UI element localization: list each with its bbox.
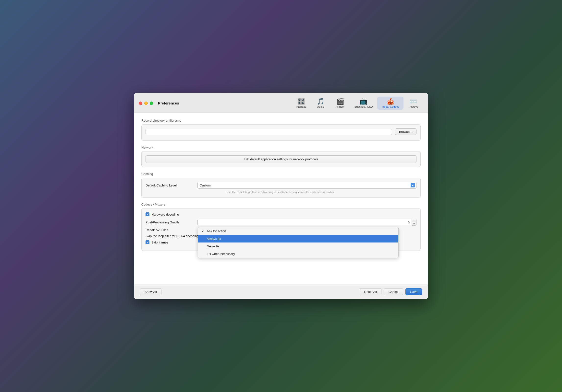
footer-left: Show All bbox=[140, 288, 161, 295]
stepper-buttons: ▲ ▼ bbox=[412, 219, 416, 226]
footer: Show All Reset All Cancel Save bbox=[134, 284, 428, 299]
skip-frames-checkmark: ✓ bbox=[147, 241, 149, 244]
record-section: Record directory or filename Browse... bbox=[141, 119, 421, 141]
stepper-down-button[interactable]: ▼ bbox=[412, 222, 416, 225]
record-box: Browse... bbox=[141, 124, 421, 141]
toolbar: 🎛️ Interface 🎵 Audio 🎬 Video 📺 Subtitles… bbox=[291, 97, 423, 110]
skip-frames-checkbox[interactable]: ✓ bbox=[146, 240, 149, 244]
caching-section: Caching Default Caching Level Custom Low… bbox=[141, 172, 421, 198]
titlebar: Preferences 🎛️ Interface 🎵 Audio 🎬 Video… bbox=[134, 93, 428, 113]
audio-label: Audio bbox=[317, 105, 324, 108]
toolbar-item-hotkeys[interactable]: ⌨️ Hotkeys bbox=[403, 97, 423, 110]
hardware-decoding-label: Hardware decoding bbox=[151, 213, 179, 216]
post-processing-stepper: ▲ ▼ bbox=[197, 219, 416, 226]
input-codecs-icon: 🎪 bbox=[387, 98, 394, 104]
dropdown-item-never[interactable]: Never fix bbox=[198, 242, 398, 250]
save-button[interactable]: Save bbox=[405, 288, 422, 295]
network-box: Edit default application settings for ne… bbox=[141, 151, 421, 167]
repair-avi-dropdown: Ask for action Always fix Never fix Fix … bbox=[198, 227, 399, 258]
stepper-up-button[interactable]: ▲ bbox=[412, 219, 416, 222]
cancel-button[interactable]: Cancel bbox=[384, 288, 403, 295]
caching-box: Default Caching Level Custom Lowest late… bbox=[141, 178, 421, 198]
dropdown-item-ask[interactable]: Ask for action bbox=[198, 227, 398, 235]
hardware-decoding-row: ✓ Hardware decoding bbox=[146, 212, 416, 216]
record-field-row: Browse... bbox=[146, 128, 416, 135]
close-button[interactable] bbox=[139, 102, 142, 105]
dropdown-item-always[interactable]: Always fix bbox=[198, 235, 398, 242]
skip-loop-label: Skip the loop filter for H.264 decoding bbox=[146, 234, 199, 238]
caching-select-wrapper: Custom Lowest latency Low latency Normal… bbox=[197, 182, 416, 189]
codecs-label: Codecs / Muxers bbox=[141, 203, 421, 206]
traffic-lights bbox=[139, 102, 153, 105]
dropdown-item-ask-label: Ask for action bbox=[207, 229, 226, 233]
record-label: Record directory or filename bbox=[141, 119, 421, 122]
main-content: Record directory or filename Browse... N… bbox=[134, 113, 428, 284]
toolbar-item-subtitles[interactable]: 📺 Subtitles / OSD bbox=[350, 97, 377, 110]
dropdown-item-never-label: Never fix bbox=[207, 244, 219, 248]
caching-label: Caching bbox=[141, 172, 421, 176]
record-input[interactable] bbox=[146, 129, 392, 135]
post-processing-row: Post-Processing Quality ▲ ▼ bbox=[146, 219, 416, 226]
input-codecs-label: Input / Codecs bbox=[382, 105, 399, 108]
repair-avi-label: Repair AVI Files bbox=[146, 228, 195, 232]
interface-label: Interface bbox=[296, 105, 306, 108]
preferences-window: Preferences 🎛️ Interface 🎵 Audio 🎬 Video… bbox=[134, 93, 428, 299]
maximize-button[interactable] bbox=[150, 102, 153, 105]
post-processing-input[interactable] bbox=[197, 219, 412, 225]
network-section: Network Edit default application setting… bbox=[141, 146, 421, 167]
dropdown-item-fix-necessary-label: Fix when necessary bbox=[207, 252, 235, 256]
video-icon: 🎬 bbox=[336, 98, 344, 104]
hotkeys-label: Hotkeys bbox=[408, 105, 418, 108]
toolbar-item-video[interactable]: 🎬 Video bbox=[330, 97, 350, 110]
caching-select[interactable]: Custom Lowest latency Low latency Normal… bbox=[197, 182, 416, 189]
subtitles-icon: 📺 bbox=[360, 98, 367, 104]
dropdown-item-fix-necessary[interactable]: Fix when necessary bbox=[198, 250, 398, 258]
subtitles-label: Subtitles / OSD bbox=[354, 105, 373, 108]
footer-right: Reset All Cancel Save bbox=[360, 288, 422, 295]
codecs-box: ✓ Hardware decoding Post-Processing Qual… bbox=[141, 208, 421, 251]
repair-avi-row: Repair AVI Files Ask for action Always f… bbox=[146, 228, 416, 232]
toolbar-item-interface[interactable]: 🎛️ Interface bbox=[291, 97, 311, 110]
minimize-button[interactable] bbox=[144, 102, 148, 105]
checkmark-icon: ✓ bbox=[147, 213, 149, 216]
caching-hint: Use the complete preferences to configur… bbox=[146, 191, 416, 194]
browse-button[interactable]: Browse... bbox=[395, 128, 416, 135]
show-all-button[interactable]: Show All bbox=[140, 288, 161, 295]
video-label: Video bbox=[337, 105, 344, 108]
codecs-section: Codecs / Muxers ✓ Hardware decoding Post… bbox=[141, 203, 421, 251]
hardware-decoding-checkbox[interactable]: ✓ bbox=[146, 212, 149, 216]
caching-field-label: Default Caching Level bbox=[146, 184, 195, 187]
post-processing-label: Post-Processing Quality bbox=[146, 220, 195, 224]
audio-icon: 🎵 bbox=[317, 98, 325, 104]
toolbar-item-input-codecs[interactable]: 🎪 Input / Codecs bbox=[377, 97, 403, 110]
network-label: Network bbox=[141, 146, 421, 149]
skip-frames-label: Skip frames bbox=[151, 241, 168, 244]
hotkeys-icon: ⌨️ bbox=[409, 98, 417, 104]
network-settings-button[interactable]: Edit default application settings for ne… bbox=[146, 155, 416, 163]
caching-field-row: Default Caching Level Custom Lowest late… bbox=[146, 182, 416, 189]
interface-icon: 🎛️ bbox=[297, 98, 305, 104]
dropdown-item-always-label: Always fix bbox=[207, 237, 221, 241]
toolbar-item-audio[interactable]: 🎵 Audio bbox=[311, 97, 330, 110]
window-title: Preferences bbox=[158, 101, 291, 105]
reset-all-button[interactable]: Reset All bbox=[360, 288, 381, 295]
